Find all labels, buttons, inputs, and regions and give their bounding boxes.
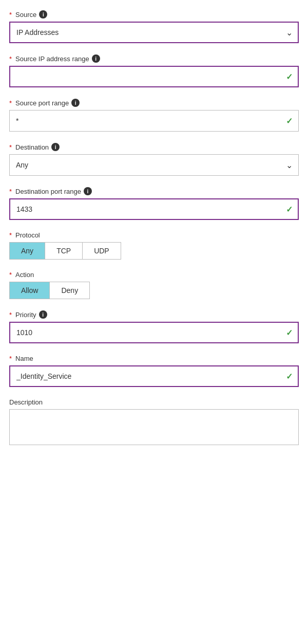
protocol-any-button[interactable]: Any — [10, 243, 45, 259]
required-star-protocol: * — [9, 231, 12, 239]
required-star-source: * — [9, 11, 12, 19]
description-label-text: Description — [9, 398, 43, 406]
name-label: * Name — [9, 355, 299, 362]
priority-label-text: Priority — [15, 311, 36, 319]
source-port-range-field-group: * Source port range i ✓ — [9, 99, 299, 132]
required-star-name: * — [9, 355, 12, 362]
destination-label-text: Destination — [15, 143, 49, 151]
name-input-wrapper: ✓ — [9, 365, 299, 387]
protocol-label-text: Protocol — [15, 231, 40, 239]
action-field-group: * Action Allow Deny — [9, 271, 299, 299]
destination-info-icon[interactable]: i — [51, 143, 60, 151]
source-port-range-label-text: Source port range — [15, 99, 69, 107]
source-select[interactable]: IP Addresses Any Service Tag Application… — [9, 22, 299, 43]
source-ip-range-input[interactable] — [9, 66, 299, 87]
destination-port-range-info-icon[interactable]: i — [84, 187, 92, 195]
name-input[interactable] — [9, 365, 299, 387]
action-label-text: Action — [15, 271, 34, 279]
priority-info-icon[interactable]: i — [39, 310, 47, 319]
destination-port-range-label: * Destination port range i — [9, 187, 299, 195]
source-ip-range-check-icon: ✓ — [286, 72, 293, 82]
destination-port-range-input-wrapper: ✓ — [9, 198, 299, 220]
protocol-label: * Protocol — [9, 231, 299, 239]
source-select-wrapper: IP Addresses Any Service Tag Application… — [9, 22, 299, 43]
source-port-range-input[interactable] — [9, 110, 299, 132]
name-check-icon: ✓ — [286, 372, 293, 381]
priority-input[interactable] — [9, 322, 299, 343]
source-ip-range-label-text: Source IP address range — [15, 55, 89, 63]
required-star-source-ip: * — [9, 55, 12, 63]
action-label: * Action — [9, 271, 299, 279]
source-port-range-label: * Source port range i — [9, 99, 299, 107]
protocol-toggle-group: Any TCP UDP — [9, 242, 121, 260]
source-info-icon[interactable]: i — [39, 10, 47, 19]
destination-field-group: * Destination i Any IP Addresses Service… — [9, 143, 299, 176]
destination-port-range-check-icon: ✓ — [286, 205, 293, 214]
required-star-action: * — [9, 271, 12, 279]
description-field-group: Description — [9, 398, 299, 447]
destination-port-range-input[interactable] — [9, 198, 299, 220]
priority-check-icon: ✓ — [286, 328, 293, 338]
destination-port-range-label-text: Destination port range — [15, 188, 81, 195]
protocol-udp-button[interactable]: UDP — [83, 243, 121, 259]
source-ip-range-field-group: * Source IP address range i ✓ — [9, 54, 299, 87]
action-allow-button[interactable]: Allow — [10, 282, 50, 299]
priority-input-wrapper: ✓ — [9, 322, 299, 343]
destination-select-wrapper: Any IP Addresses Service Tag Application… — [9, 154, 299, 176]
source-label-text: Source — [15, 11, 36, 19]
destination-select[interactable]: Any IP Addresses Service Tag Application… — [9, 154, 299, 176]
description-label: Description — [9, 398, 299, 406]
priority-label: * Priority i — [9, 310, 299, 319]
source-port-range-check-icon: ✓ — [286, 116, 293, 126]
name-label-text: Name — [15, 355, 33, 362]
source-ip-range-label: * Source IP address range i — [9, 54, 299, 63]
required-star-dest-port: * — [9, 188, 12, 195]
required-star-source-port: * — [9, 99, 12, 107]
source-ip-range-input-wrapper: ✓ — [9, 66, 299, 87]
required-star-priority: * — [9, 311, 12, 319]
name-field-group: * Name ✓ — [9, 355, 299, 387]
action-deny-button[interactable]: Deny — [50, 282, 89, 299]
destination-label: * Destination i — [9, 143, 299, 151]
source-port-range-info-icon[interactable]: i — [71, 99, 80, 107]
protocol-field-group: * Protocol Any TCP UDP — [9, 231, 299, 260]
required-star-destination: * — [9, 143, 12, 151]
source-label: * Source i — [9, 10, 299, 19]
action-toggle-group: Allow Deny — [9, 282, 90, 299]
protocol-tcp-button[interactable]: TCP — [45, 243, 83, 259]
description-textarea[interactable] — [9, 409, 299, 445]
source-field-group: * Source i IP Addresses Any Service Tag … — [9, 10, 299, 43]
destination-port-range-field-group: * Destination port range i ✓ — [9, 187, 299, 220]
priority-field-group: * Priority i ✓ — [9, 310, 299, 343]
source-port-range-input-wrapper: ✓ — [9, 110, 299, 132]
source-ip-range-info-icon[interactable]: i — [92, 54, 100, 63]
